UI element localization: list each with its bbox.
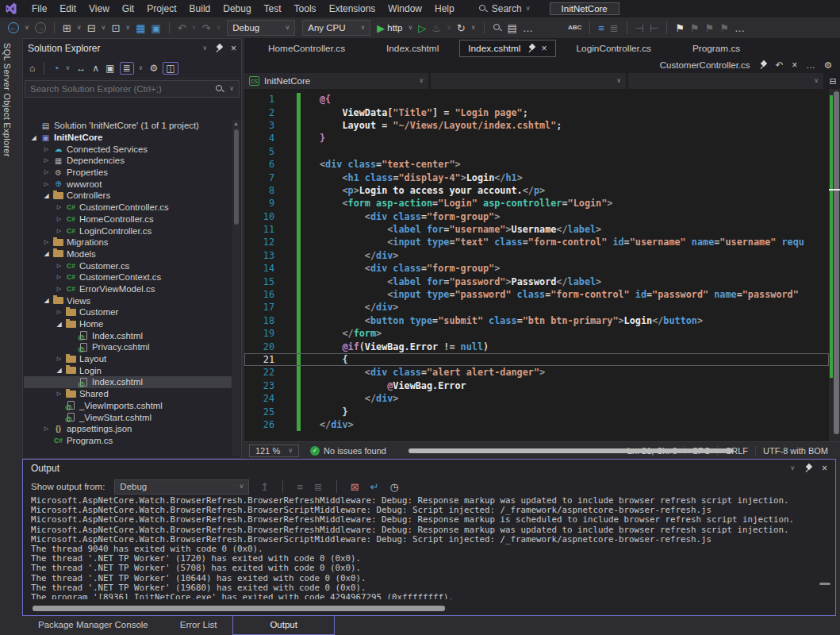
chevron-down-icon[interactable]: ∨: [406, 25, 414, 31]
chevron-down-icon[interactable]: ∨: [137, 65, 145, 71]
tree-item-errorviewmodel-cs[interactable]: ▷C#ErrorViewModel.cs: [24, 283, 232, 295]
chevron-down-icon[interactable]: ∨: [470, 25, 478, 31]
tree-item-customer[interactable]: ▷Customer: [24, 306, 232, 318]
window-position-icon[interactable]: ∨: [790, 465, 795, 471]
home-view-icon[interactable]: ⌂: [28, 63, 36, 74]
code-line-14[interactable]: 14 <div class="form-group">: [244, 262, 829, 275]
code-line-21[interactable]: 21 {: [244, 353, 829, 366]
start-without-debugging-button[interactable]: ▷: [416, 22, 428, 34]
code-line-12[interactable]: 12 <input type="text" class="form-contro…: [244, 236, 829, 248]
search-input[interactable]: [30, 84, 210, 94]
collapsed-chevron-icon[interactable]: ▷: [41, 169, 52, 175]
scrollbar-thumb[interactable]: [834, 91, 839, 434]
code-line-4[interactable]: 4}: [244, 132, 829, 144]
code-line-24[interactable]: 24 </div>: [244, 392, 829, 405]
menu-edit[interactable]: Edit: [53, 2, 82, 16]
tree-item-homecontroller-cs[interactable]: ▷C#HomeController.cs: [24, 214, 232, 225]
tree-item-customercontroller-cs[interactable]: ▷C#CustomerController.cs: [24, 202, 232, 214]
solution-platforms-select[interactable]: Any CPU∨: [302, 20, 370, 36]
settings-gear-icon[interactable]: ⚙: [824, 60, 832, 71]
collapsed-chevron-icon[interactable]: ▷: [54, 274, 64, 280]
code-line-19[interactable]: 19 </form>: [244, 327, 829, 340]
tab-program-cs[interactable]: Program.cs: [672, 40, 761, 57]
chevron-down-icon[interactable]: ∨: [124, 25, 132, 31]
code-line-20[interactable]: 20 @if(ViewBag.Error != null): [244, 340, 829, 352]
word-wrap-icon[interactable]: ↵: [369, 481, 381, 493]
menu-extensions[interactable]: Extensions: [323, 2, 382, 16]
code-line-8[interactable]: 8 <p>Login to access your account.</p>: [244, 184, 829, 197]
save-all-button[interactable]: ▣: [149, 22, 162, 34]
tab-index-cshtml[interactable]: Index.cshtml×: [459, 40, 555, 57]
collapsed-chevron-icon[interactable]: ▷: [54, 204, 64, 210]
code-line-18[interactable]: 18 <button type="submit" class="btn btn-…: [244, 314, 829, 327]
tree-item-solution-initnetcore-1-of-1-project[interactable]: ▤Solution 'InitNetCore' (1 of 1 project): [24, 120, 232, 132]
code-line-3[interactable]: 3 Layout = "~/Views/Layout/index.cshtml"…: [244, 119, 829, 132]
scroll-up-icon[interactable]: ▲: [233, 121, 239, 126]
start-debugging-button[interactable]: ▶http: [375, 22, 404, 34]
collapsed-chevron-icon[interactable]: ▷: [41, 157, 52, 164]
tree-item-migrations[interactable]: ▷Migrations: [24, 237, 232, 248]
chevron-down-icon[interactable]: ∨: [64, 65, 72, 71]
tree-item-index-cshtml[interactable]: Index.cshtml: [24, 329, 232, 341]
code-line-9[interactable]: 9 <form asp-action="Login" asp-controlle…: [244, 197, 829, 210]
sql-server-object-explorer-tab[interactable]: SQL Server Object Explorer: [2, 43, 12, 157]
tree-item-appsettings-json[interactable]: ▷{}appsettings.json: [24, 423, 232, 435]
properties-icon[interactable]: ⚙: [148, 63, 159, 74]
chevron-down-icon[interactable]: ∨: [75, 25, 83, 31]
tree-item-viewstart-cshtml[interactable]: _ViewStart.cshtml: [24, 411, 232, 423]
chevron-down-icon[interactable]: ∨: [23, 25, 31, 31]
code-line-2[interactable]: 2 ViewData["Title"] = "Login page";: [244, 106, 829, 118]
toggle-bookmark-button[interactable]: ⚑: [673, 22, 686, 34]
tree-item-privacy-cshtml[interactable]: Privacy.cshtml: [24, 341, 232, 353]
menu-window[interactable]: Window: [382, 2, 428, 16]
editor-vertical-scrollbar[interactable]: [829, 89, 840, 441]
code-line-7[interactable]: 7 <h1 class="display-4">Login</h1>: [244, 171, 829, 183]
expanded-chevron-icon[interactable]: ◢: [54, 321, 64, 328]
code-editor[interactable]: 1@{2 ViewData["Title"] = "Login page";3 …: [244, 89, 829, 441]
tab-index-cshtml[interactable]: Index.cshtml: [366, 40, 459, 57]
code-line-5[interactable]: 5: [244, 145, 829, 158]
code-line-6[interactable]: 6<div class="text-center">: [244, 158, 829, 171]
code-line-23[interactable]: 23 @ViewBag.Error: [244, 379, 829, 392]
solution-configurations-select[interactable]: Debug∨: [227, 20, 295, 36]
issues-indicator[interactable]: ✓ No issues found: [310, 446, 386, 456]
bottom-tab-error-list[interactable]: Error List: [164, 616, 233, 635]
collapsed-chevron-icon[interactable]: ▷: [54, 216, 64, 222]
code-line-17[interactable]: 17 </div>: [244, 301, 829, 314]
code-line-15[interactable]: 15 <label for="password">Password</label…: [244, 275, 829, 287]
close-icon[interactable]: ×: [822, 464, 827, 473]
expanded-chevron-icon[interactable]: ◢: [41, 250, 52, 257]
chevron-down-icon[interactable]: ∨: [229, 86, 234, 92]
add-existing-item-button[interactable]: ⊟: [86, 22, 98, 34]
menu-project[interactable]: Project: [140, 2, 182, 16]
tab-customercontroller[interactable]: CustomerController.cs: [660, 60, 750, 70]
bottom-tab-output[interactable]: Output: [232, 616, 335, 635]
menu-git[interactable]: Git: [116, 2, 140, 16]
collapsed-chevron-icon[interactable]: ▷: [41, 181, 52, 187]
menu-debug[interactable]: Debug: [217, 2, 257, 16]
search-control[interactable]: Search ∨: [474, 2, 535, 15]
show-all-files-icon[interactable]: ▣: [104, 63, 116, 74]
output-horizontal-scrollbar[interactable]: [33, 606, 445, 611]
code-line-11[interactable]: 11 <label for="username">Username</label…: [244, 223, 829, 236]
tree-item-customer-cs[interactable]: ▷C#Customer.cs: [24, 260, 232, 271]
bottom-tab-package-manager-console[interactable]: Package Manager Console: [22, 616, 164, 635]
tab-homecontroller-cs[interactable]: HomeController.cs: [247, 40, 366, 57]
code-line-25[interactable]: 25 }: [244, 405, 829, 418]
menu-tools[interactable]: Tools: [288, 2, 323, 16]
menu-file[interactable]: File: [25, 2, 53, 16]
expanded-chevron-icon[interactable]: ◢: [29, 134, 39, 141]
zoom-select[interactable]: 121 % ∨: [249, 444, 299, 457]
code-line-16[interactable]: 16 <input type="password" class="form-co…: [244, 288, 829, 301]
tree-item-dependencies[interactable]: ▷▦Dependencies: [24, 155, 232, 167]
solution-name-chip[interactable]: InitNetCore: [550, 2, 619, 15]
code-line-22[interactable]: 22 <div class="alert alert-danger">: [244, 366, 829, 379]
tree-item-models[interactable]: ◢Models: [24, 248, 232, 260]
member-dropdown[interactable]: ∨: [628, 73, 823, 89]
collapsed-chevron-icon[interactable]: ▷: [54, 228, 64, 234]
collapsed-chevron-icon[interactable]: ▷: [54, 356, 64, 362]
collapsed-chevron-icon[interactable]: ▷: [54, 391, 64, 397]
bookmark-overflow-button[interactable]: …: [733, 22, 746, 34]
restart-button[interactable]: ↻: [455, 22, 467, 34]
pin-icon[interactable]: [215, 44, 223, 53]
